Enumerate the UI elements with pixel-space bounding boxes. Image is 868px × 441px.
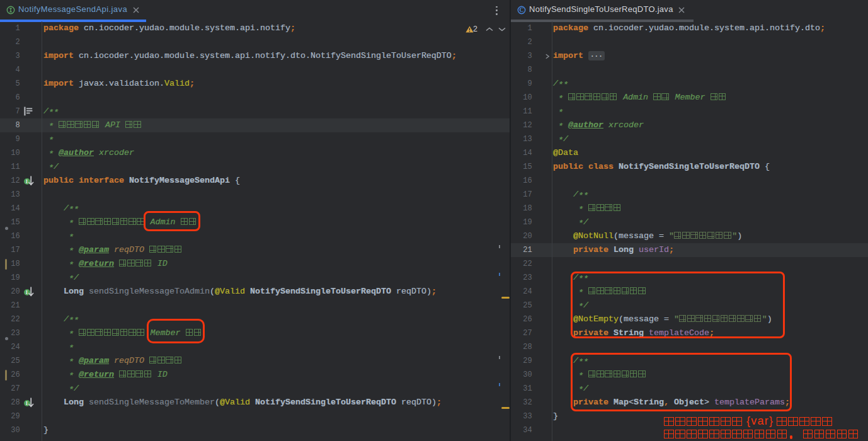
svg-text:C: C bbox=[520, 7, 524, 13]
